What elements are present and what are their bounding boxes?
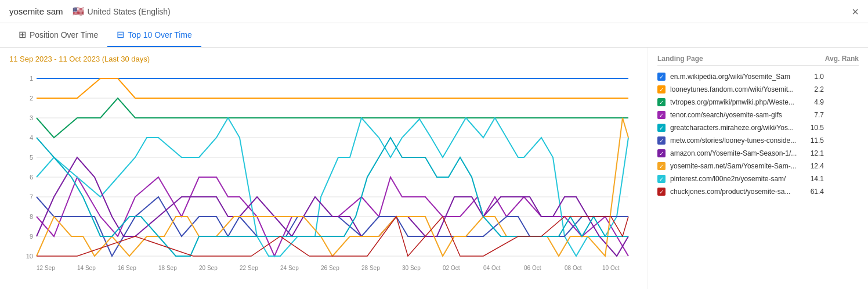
- legend-header: Landing Page Avg. Rank: [657, 55, 859, 66]
- legend-rank: 11.5: [804, 136, 824, 145]
- legend-col-landing-page: Landing Page: [657, 55, 703, 63]
- legend-color-box[interactable]: ✓: [657, 111, 666, 119]
- legend-rank: 14.1: [804, 175, 824, 183]
- legend-url[interactable]: greatcharacters.miraheze.org/wiki/Yos...: [670, 124, 804, 132]
- legend-rank: 2.2: [804, 85, 824, 93]
- legend-rank: 4.9: [804, 98, 824, 106]
- svg-text:04 Oct: 04 Oct: [483, 265, 501, 271]
- svg-text:20 Sep: 20 Sep: [199, 265, 218, 271]
- country-flag-icon: 🇺🇸: [73, 6, 84, 17]
- svg-text:10 Oct: 10 Oct: [602, 265, 620, 271]
- svg-text:24 Sep: 24 Sep: [280, 265, 299, 271]
- legend-item: ✓ greatcharacters.miraheze.org/wiki/Yos.…: [657, 121, 859, 134]
- svg-text:12 Sep: 12 Sep: [37, 265, 55, 271]
- legend-item: ✓ yosemite-sam.net/Sam/Yosemite-Sam-... …: [657, 160, 859, 172]
- svg-text:4: 4: [30, 134, 33, 141]
- legend-rank: 7.7: [804, 111, 824, 119]
- legend-item: ✓ looneytunes.fandom.com/wiki/Yosemit...…: [657, 83, 859, 96]
- top10-tab-icon: ⊟: [117, 29, 124, 40]
- keyword-label: yosemite sam: [9, 6, 63, 16]
- svg-text:7: 7: [30, 193, 33, 200]
- legend-col-avg-rank: Avg. Rank: [825, 55, 859, 63]
- svg-text:6: 6: [30, 174, 33, 181]
- svg-text:16 Sep: 16 Sep: [118, 265, 136, 271]
- legend-rank: 1.0: [804, 73, 824, 81]
- legend-items: ✓ en.m.wikipedia.org/wiki/Yosemite_Sam 1…: [657, 70, 859, 198]
- chart-area: 11 Sep 2023 - 11 Oct 2023 (Last 30 days)…: [0, 48, 648, 289]
- tab-bar: ⊞ Position Over Time ⊟ Top 10 Over Time: [0, 23, 868, 48]
- svg-text:22 Sep: 22 Sep: [240, 265, 258, 271]
- legend-url[interactable]: metv.com/stories/looney-tunes-conside...: [670, 136, 804, 145]
- legend-item: ✓ chuckjones.com/product/yosemite-sa... …: [657, 185, 859, 198]
- legend-panel: Landing Page Avg. Rank ✓ en.m.wikipedia.…: [648, 48, 868, 289]
- header: yosemite sam 🇺🇸 United States (English) …: [0, 0, 868, 23]
- tab-position-over-time[interactable]: ⊞ Position Over Time: [9, 23, 107, 47]
- svg-text:14 Sep: 14 Sep: [77, 265, 96, 271]
- legend-url[interactable]: amazon.com/Yosemite-Sam-Season-1/...: [670, 149, 804, 157]
- country-label: United States (English): [88, 7, 171, 16]
- chart-container: 1 2 3 4 5 6 7 8 9 10 12 Sep 14 Sep 16 Se…: [9, 68, 638, 289]
- svg-text:30 Sep: 30 Sep: [402, 265, 421, 271]
- legend-url[interactable]: looneytunes.fandom.com/wiki/Yosemit...: [670, 85, 804, 93]
- legend-color-box[interactable]: ✓: [657, 98, 666, 106]
- legend-color-box[interactable]: ✓: [657, 124, 666, 132]
- legend-item: ✓ tenor.com/search/yosemite-sam-gifs 7.7: [657, 109, 859, 121]
- chart-svg: 1 2 3 4 5 6 7 8 9 10 12 Sep 14 Sep 16 Se…: [9, 68, 638, 277]
- legend-item: ✓ pinterest.com/l00ne2n/yosemite-sam/ 14…: [657, 172, 859, 185]
- legend-color-box[interactable]: ✓: [657, 136, 666, 145]
- svg-text:08 Oct: 08 Oct: [565, 265, 582, 271]
- close-button[interactable]: ×: [852, 5, 859, 18]
- tab-top-10-over-time[interactable]: ⊟ Top 10 Over Time: [107, 23, 201, 47]
- svg-text:2: 2: [30, 95, 33, 102]
- svg-text:8: 8: [30, 213, 33, 220]
- svg-text:02 Oct: 02 Oct: [443, 265, 460, 271]
- legend-rank: 61.4: [804, 188, 824, 196]
- legend-color-box[interactable]: ✓: [657, 188, 666, 196]
- svg-text:06 Oct: 06 Oct: [524, 265, 541, 271]
- legend-color-box[interactable]: ✓: [657, 149, 666, 157]
- legend-url[interactable]: tvtropes.org/pmwiki/pmwiki.php/Weste...: [670, 98, 804, 106]
- svg-text:26 Sep: 26 Sep: [321, 265, 339, 271]
- legend-url[interactable]: tenor.com/search/yosemite-sam-gifs: [670, 111, 804, 119]
- legend-url[interactable]: en.m.wikipedia.org/wiki/Yosemite_Sam: [670, 73, 804, 81]
- legend-color-box[interactable]: ✓: [657, 85, 666, 93]
- legend-color-box[interactable]: ✓: [657, 73, 666, 81]
- legend-item: ✓ amazon.com/Yosemite-Sam-Season-1/... 1…: [657, 147, 859, 160]
- legend-item: ✓ en.m.wikipedia.org/wiki/Yosemite_Sam 1…: [657, 70, 859, 83]
- legend-color-box[interactable]: ✓: [657, 175, 666, 183]
- svg-text:5: 5: [30, 154, 33, 161]
- legend-url[interactable]: yosemite-sam.net/Sam/Yosemite-Sam-...: [670, 162, 804, 170]
- legend-rank: 12.4: [804, 162, 824, 170]
- legend-rank: 10.5: [804, 124, 824, 132]
- svg-text:9: 9: [30, 233, 33, 240]
- svg-text:3: 3: [30, 114, 33, 121]
- tab-top10-label: Top 10 Over Time: [128, 30, 192, 39]
- svg-text:1: 1: [30, 75, 33, 82]
- svg-text:18 Sep: 18 Sep: [158, 265, 177, 271]
- legend-url[interactable]: pinterest.com/l00ne2n/yosemite-sam/: [670, 175, 804, 183]
- legend-rank: 12.1: [804, 149, 824, 157]
- svg-text:28 Sep: 28 Sep: [361, 265, 380, 271]
- svg-text:10: 10: [26, 253, 33, 260]
- main-content: 11 Sep 2023 - 11 Oct 2023 (Last 30 days)…: [0, 48, 868, 289]
- legend-item: ✓ metv.com/stories/looney-tunes-conside.…: [657, 134, 859, 147]
- date-range: 11 Sep 2023 - 11 Oct 2023 (Last 30 days): [9, 55, 638, 63]
- legend-item: ✓ tvtropes.org/pmwiki/pmwiki.php/Weste..…: [657, 96, 859, 109]
- legend-url[interactable]: chuckjones.com/product/yosemite-sa...: [670, 188, 804, 196]
- tab-position-label: Position Over Time: [30, 30, 98, 39]
- legend-color-box[interactable]: ✓: [657, 162, 666, 170]
- position-tab-icon: ⊞: [19, 29, 26, 40]
